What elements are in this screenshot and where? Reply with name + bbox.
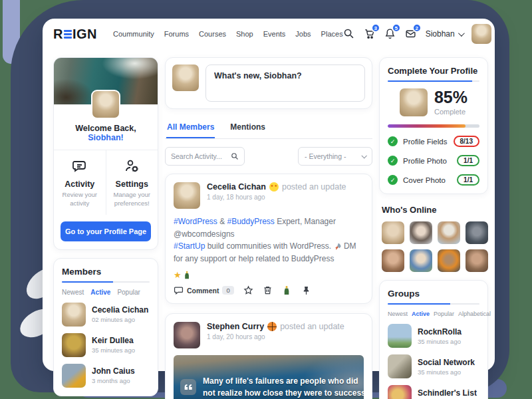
user-menu[interactable]: Siobhan: [426, 29, 463, 39]
favorite-star-icon[interactable]: [243, 285, 253, 295]
tab-active[interactable]: Active: [90, 289, 110, 296]
completion-item-label: Cover Photo: [403, 176, 446, 184]
post-text: Expert, Manager: [275, 217, 336, 226]
online-member-avatar[interactable]: [466, 249, 488, 272]
tab-active[interactable]: Active: [412, 311, 430, 317]
profile-avatar[interactable]: [91, 90, 120, 119]
mention-wbcomdesigns[interactable]: @wbcomdesigns: [174, 229, 235, 239]
member-row[interactable]: John Caius 3 months ago: [62, 364, 150, 388]
completion-title: Complete Your Profile: [388, 66, 479, 76]
quote-image[interactable]: Many of life's failures are people who d…: [174, 355, 364, 399]
post-text: build communities with WordPress.: [205, 241, 333, 251]
tab-popular[interactable]: Popular: [434, 311, 454, 317]
star-reaction-emoji: ★: [174, 271, 182, 279]
tab-alphabetical[interactable]: Alphabetical: [458, 311, 491, 317]
search-icon[interactable]: [231, 152, 239, 160]
menu-item-places[interactable]: Places: [321, 30, 343, 38]
activity-shortcut[interactable]: Activity Review your activity: [54, 150, 106, 215]
completion-item-label: Profile Fields: [403, 138, 447, 146]
search-icon[interactable]: [343, 28, 355, 40]
post-content: #WordPress & #BuddyPress Expert, Manager…: [174, 215, 364, 265]
user-avatar[interactable]: [471, 24, 491, 44]
feed-filters: - Everything -: [165, 147, 372, 166]
group-name: Schindler's List: [418, 388, 477, 398]
post-author-avatar[interactable]: [174, 182, 200, 209]
groups-title: Groups: [388, 289, 479, 299]
cart-icon[interactable]: 3: [364, 28, 376, 40]
member-last-active: 35 minutes ago: [92, 346, 135, 354]
rocket-emoji: [334, 243, 342, 251]
tab-mentions[interactable]: Mentions: [229, 118, 266, 138]
go-to-profile-button[interactable]: Go to your Profile Page: [61, 221, 151, 241]
completion-item[interactable]: ✓ Profile Fields 8/13: [388, 136, 479, 147]
post-reactions[interactable]: ★: [174, 271, 364, 279]
chevron-down-icon: [361, 153, 366, 158]
post-author-name[interactable]: Stephen Curry: [207, 322, 264, 331]
menu-item-community[interactable]: Coummunity: [113, 30, 154, 38]
comment-count: 0: [222, 286, 233, 295]
whats-new-input[interactable]: [205, 65, 365, 102]
everything-dropdown[interactable]: - Everything -: [298, 147, 372, 166]
online-member-avatar[interactable]: [382, 221, 404, 244]
menu-item-events[interactable]: Events: [263, 30, 286, 38]
group-row[interactable]: Schindler's List 35 minutes ago: [388, 385, 479, 399]
online-member-avatar[interactable]: [410, 221, 432, 244]
settings-shortcut[interactable]: Settings Manage your preferences!: [106, 150, 158, 215]
menu-item-jobs[interactable]: Jobs: [295, 30, 311, 38]
online-member-avatar[interactable]: [438, 249, 460, 272]
groups-widget: Groups Newest Active Popular Alphabetica…: [379, 280, 488, 399]
member-avatar: [62, 333, 86, 357]
completion-item-count: 1/1: [457, 155, 479, 166]
member-row[interactable]: Keir Dullea 35 minutes ago: [62, 333, 150, 357]
online-member-avatar[interactable]: [466, 221, 488, 244]
content-area: Welcome Back, Siobhan! Activity Review y…: [43, 49, 495, 399]
hashtag-buddypress[interactable]: #BuddyPress: [227, 217, 274, 226]
comment-button[interactable]: Comment 0: [174, 285, 234, 295]
online-member-avatar[interactable]: [410, 249, 432, 272]
logo-letter-r: R: [53, 27, 63, 42]
online-member-avatar[interactable]: [438, 221, 460, 244]
member-row[interactable]: Cecelia Cichan 02 minutes ago: [62, 303, 150, 327]
delete-trash-icon[interactable]: [263, 285, 273, 295]
settings-desc: Manage your preferences!: [110, 190, 154, 208]
group-row[interactable]: RocknRolla 35 minutes ago: [388, 324, 479, 348]
online-member-avatar[interactable]: [382, 249, 404, 272]
notifications-bell-icon[interactable]: 5: [384, 28, 396, 40]
page-background: R IGN Coummunity Forums Courses Shop Eve…: [0, 0, 532, 399]
activity-title: Activity: [58, 180, 102, 189]
post-action-text: posted an update: [282, 182, 346, 192]
completion-item[interactable]: ✓ Cover Photo 1/1: [388, 174, 479, 186]
menu-item-forums[interactable]: Forums: [164, 30, 189, 38]
activity-search-input[interactable]: [171, 152, 224, 160]
quote-icon: [180, 379, 196, 395]
completion-summary: 85% Complete: [388, 88, 479, 116]
tab-popular[interactable]: Popular: [117, 289, 140, 296]
post-author-name[interactable]: Cecelia Cichan: [207, 182, 266, 192]
tab-newest[interactable]: Newest: [62, 289, 84, 296]
group-name: RocknRolla: [418, 327, 462, 336]
reign-logo[interactable]: R IGN: [53, 27, 97, 42]
group-name: Social Network: [418, 358, 475, 367]
post-text: &: [217, 217, 227, 226]
right-sidebar: Complete Your Profile 85% Complete ✓ Pro…: [379, 57, 488, 399]
menu-item-courses[interactable]: Courses: [199, 30, 226, 38]
whos-online-widget: Who's Online: [382, 205, 485, 272]
pin-icon[interactable]: [301, 285, 311, 295]
completion-percent: 85%: [434, 89, 467, 106]
hashtag-wordpress[interactable]: #WordPress: [174, 217, 217, 226]
messages-icon[interactable]: 2: [405, 28, 417, 40]
post-author-avatar[interactable]: [174, 322, 200, 348]
tab-newest[interactable]: Newest: [388, 311, 408, 317]
activity-post: Cecelia Cichan posted an update 1 day, 1…: [165, 174, 372, 304]
completion-item[interactable]: ✓ Profile Photo 1/1: [388, 155, 479, 166]
group-last-active: 35 minutes ago: [418, 338, 462, 345]
title-underline: [388, 80, 479, 82]
group-row[interactable]: Social Network 35 minutes ago: [388, 354, 479, 378]
post-header: Cecelia Cichan posted an update 1 day, 1…: [174, 182, 364, 209]
whos-online-title: Who's Online: [382, 205, 485, 215]
menu-item-shop[interactable]: Shop: [236, 30, 253, 38]
hashtag-startup[interactable]: #StartUp: [174, 241, 205, 251]
username: Siobhan: [426, 29, 455, 39]
tab-all-members[interactable]: All Members: [166, 118, 215, 138]
champagne-react-button[interactable]: [282, 285, 292, 295]
